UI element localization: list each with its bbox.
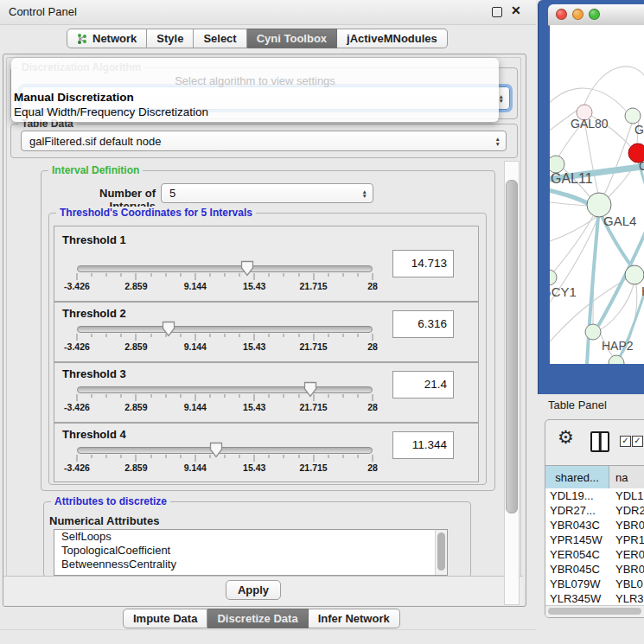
checkbox-icon[interactable]: ✓ (632, 436, 643, 447)
algorithm-option-manual-discretization[interactable]: Manual Discretization (11, 90, 499, 105)
close-icon[interactable]: ✕ (511, 3, 521, 17)
network-icon (77, 33, 88, 45)
node-label-ga: GA (634, 123, 644, 137)
slider-track[interactable] (77, 326, 373, 333)
tick-mark (136, 455, 137, 462)
tick-mark (194, 273, 195, 280)
tick-mark (165, 334, 166, 337)
list-item-topologicalcoefficient[interactable]: TopologicalCoefficient (54, 544, 447, 558)
attribute-items: SelfLoopsTopologicalCoefficientBetweenne… (54, 530, 447, 571)
slider-track[interactable] (77, 386, 373, 393)
tick-mark (269, 273, 270, 277)
table-row[interactable]: YBR045CYBR0 (545, 562, 644, 577)
tick-mark (269, 334, 270, 337)
table-row[interactable]: YDR27...YDR2 (545, 503, 644, 518)
network-node[interactable] (625, 108, 641, 124)
tick-mark (136, 273, 137, 280)
list-item-selfloops[interactable]: SelfLoops (54, 530, 447, 544)
zoom-traffic-light[interactable] (589, 9, 600, 20)
threshold-label: Threshold 2 (62, 307, 126, 320)
network-node[interactable] (550, 156, 564, 173)
tick-mark (194, 455, 195, 462)
slider-ticks (77, 273, 373, 280)
table-data-combobox[interactable]: galFiltered.sif default node ▲▼ (21, 131, 507, 151)
minimize-traffic-light[interactable] (572, 9, 583, 20)
column-header-na[interactable]: na (609, 466, 644, 488)
number-of-intervals-combobox[interactable]: 5 ▲▼ (161, 183, 373, 203)
combo-stepper-icon[interactable]: ▲▼ (495, 137, 501, 146)
tick-mark (209, 334, 210, 337)
tick-mark (313, 455, 314, 462)
tick-mark (77, 273, 78, 280)
tick-label: 15.43 (226, 281, 282, 291)
bottom-tab-infer-network[interactable]: Infer Network (309, 609, 400, 628)
combo-stepper-icon[interactable]: ▲▼ (499, 93, 504, 103)
network-node[interactable] (609, 355, 624, 364)
network-node[interactable] (585, 324, 601, 340)
table-row[interactable]: YBL079WYBL0 (545, 577, 644, 591)
bottom-tab-discretize-data[interactable]: Discretize Data (207, 609, 308, 628)
list-item-betweennesscentrality[interactable]: BetweennessCentrality (54, 558, 447, 571)
table-data-value: galFiltered.sif default node (29, 135, 161, 148)
slider-tick-labels: -3.4262.8599.14415.4321.71528 (77, 462, 373, 473)
network-graph: GAL80GACGAL11GAL4GCY1HHAP2 (550, 25, 644, 364)
split-columns-icon[interactable] (590, 431, 609, 452)
tab-jactivemnodules[interactable]: jActiveMNodules (337, 29, 448, 48)
network-node[interactable] (625, 265, 644, 284)
panel-scrollbar-thumb[interactable] (506, 180, 518, 513)
tick-mark (106, 394, 107, 398)
tick-mark (121, 273, 122, 277)
table-row[interactable]: YER054CYER0 (545, 547, 644, 562)
threshold-value-field[interactable]: 14.713 (392, 250, 454, 277)
network-node[interactable] (550, 270, 557, 285)
tick-mark (180, 334, 181, 337)
threshold-value-field[interactable]: 21.4 (392, 371, 454, 399)
table-hscrollbar-thumb[interactable] (548, 608, 641, 615)
cell-shared-name: YER054C (545, 547, 609, 562)
column-header-shared[interactable]: shared... (545, 466, 609, 488)
tick-mark (92, 394, 92, 398)
network-window-titlebar[interactable] (548, 4, 644, 26)
threshold-value-field[interactable]: 11.344 (392, 431, 454, 459)
tick-mark (373, 273, 373, 280)
network-canvas[interactable]: GAL80GACGAL11GAL4GCY1HHAP2 (550, 25, 644, 364)
algorithm-option-equal-width-frequency-discretization[interactable]: Equal Width/Frequency Discretization (11, 105, 499, 119)
tab-select[interactable]: Select (194, 29, 246, 48)
table-hscrollbar[interactable] (545, 605, 644, 617)
tick-mark (254, 334, 255, 341)
slider-track[interactable] (77, 447, 373, 454)
close-traffic-light[interactable] (556, 9, 567, 20)
tick-label: 2.859 (108, 462, 163, 473)
bottom-tab-impute-data[interactable]: Impute Data (123, 609, 207, 628)
tick-mark (254, 273, 255, 280)
table-row[interactable]: YPR145WYPR1 (545, 532, 644, 547)
slider-track[interactable] (77, 265, 373, 272)
table-row[interactable]: YLR345WYLR3 (545, 591, 644, 606)
checkbox-icon[interactable]: ✓ (620, 436, 631, 447)
number-of-intervals-value: 5 (169, 187, 175, 200)
cell-shared-name: YBR045C (545, 562, 609, 577)
combo-stepper-icon[interactable]: ▲▼ (362, 188, 367, 198)
table-row[interactable]: YBR043CYBR0 (545, 518, 644, 532)
gear-icon[interactable]: ⚙ (558, 427, 574, 448)
tick-mark (150, 455, 151, 458)
table-panel-title: Table Panel (548, 399, 607, 411)
tick-mark (269, 455, 270, 458)
tick-mark (136, 394, 137, 401)
tick-mark (77, 394, 78, 401)
tab-style[interactable]: Style (147, 29, 194, 48)
tick-mark (342, 455, 343, 458)
numerical-attributes-list[interactable]: SelfLoopsTopologicalCoefficientBetweenne… (54, 529, 448, 576)
threshold-label: Threshold 1 (62, 233, 126, 246)
tick-mark (284, 455, 284, 458)
list-scrollbar-thumb[interactable] (437, 532, 445, 571)
tick-mark (269, 394, 270, 398)
threshold-value-field[interactable]: 6.316 (392, 310, 454, 338)
list-scrollbar[interactable] (435, 530, 447, 575)
apply-button[interactable]: Apply (226, 580, 281, 600)
tab-cyni-toolbox[interactable]: Cyni Toolbox (247, 29, 337, 48)
table-row[interactable]: YDL19...YDL1 (545, 488, 644, 503)
tab-network[interactable]: Network (67, 29, 147, 48)
float-window-icon[interactable] (492, 7, 502, 17)
slider-tick-labels: -3.4262.8599.14415.4321.71528 (77, 402, 373, 412)
